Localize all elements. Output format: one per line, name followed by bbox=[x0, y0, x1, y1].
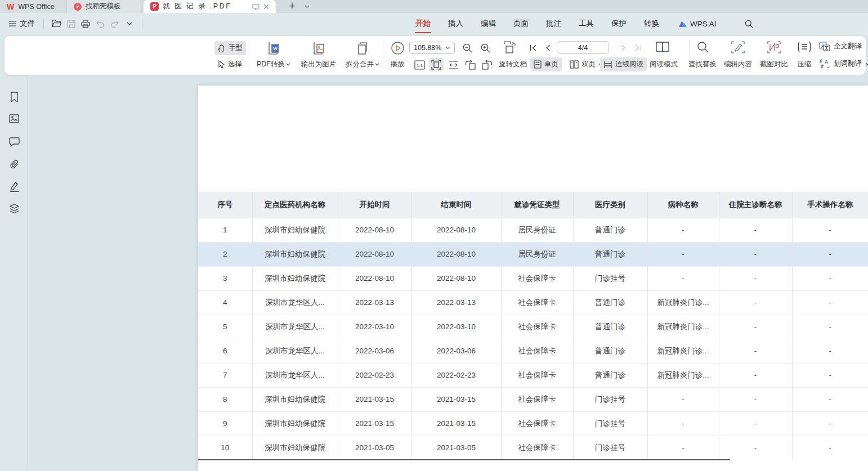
read-mode-button[interactable]: 阅读模式 bbox=[646, 57, 681, 71]
select-tool-button[interactable]: 选择 bbox=[214, 57, 245, 71]
full-translate-icon: A bbox=[819, 42, 830, 51]
undo-button[interactable] bbox=[93, 16, 108, 31]
save-button[interactable] bbox=[64, 16, 78, 31]
rotate-pages-icon[interactable] bbox=[500, 39, 519, 55]
table-row: 8深圳市妇幼保健院2021-03-152021-03-15社会保障卡门诊挂号--… bbox=[198, 387, 868, 411]
last-page-button[interactable] bbox=[633, 43, 643, 53]
column-header: 住院主诊断名称 bbox=[719, 192, 792, 218]
word-translate-button[interactable]: A 划词翻译 bbox=[819, 59, 868, 69]
table-cell: 社会保障卡 bbox=[501, 436, 573, 460]
split-merge-button[interactable]: 拆分合并 bbox=[341, 39, 384, 71]
new-tab-button[interactable]: + bbox=[284, 0, 301, 13]
zoom-level-select[interactable]: 105.88% bbox=[409, 42, 455, 54]
table-cell: 社会保障卡 bbox=[501, 315, 573, 339]
table-cell: 2022-03-06 bbox=[338, 339, 411, 363]
close-tab-icon[interactable] bbox=[263, 4, 269, 10]
file-menu-button[interactable]: 文件 bbox=[6, 19, 38, 29]
fit-width-button[interactable] bbox=[446, 58, 460, 71]
compress-button[interactable]: 压缩 bbox=[791, 39, 817, 71]
rotate-right-button[interactable] bbox=[480, 58, 494, 71]
tab-document-pdf[interactable]: P 就 医 记 录 .PDF bbox=[144, 0, 276, 13]
table-cell: 普通门诊 bbox=[573, 315, 647, 339]
table-cell: 普通门诊 bbox=[573, 242, 647, 266]
table-cell: - bbox=[647, 242, 719, 266]
table-row: 5深圳市龙华区人...2022-03-102022-03-10社会保障卡普通门诊… bbox=[198, 315, 868, 339]
menu-wps-ai[interactable]: WPS AI bbox=[678, 20, 717, 28]
table-cell: 2022-08-10 bbox=[411, 266, 501, 290]
layers-icon[interactable] bbox=[7, 202, 21, 216]
column-header: 开始时间 bbox=[338, 192, 411, 218]
menu-convert[interactable]: 转换 bbox=[643, 14, 660, 34]
table-cell: 2022-03-13 bbox=[338, 290, 411, 315]
single-page-button[interactable]: 单页 bbox=[530, 57, 562, 71]
table-cell: 居民身份证 bbox=[501, 242, 573, 266]
edit-content-icon bbox=[731, 41, 745, 53]
find-replace-button[interactable]: 查找替换 bbox=[684, 39, 721, 71]
open-folder-button[interactable] bbox=[49, 16, 64, 31]
tab-docer-template[interactable]: 找稻壳模板 bbox=[66, 0, 140, 13]
table-cell: 2022-08-10 bbox=[338, 266, 411, 290]
bookmark-icon[interactable] bbox=[7, 90, 21, 104]
first-page-button[interactable] bbox=[528, 43, 538, 53]
menu-comment[interactable]: 批注 bbox=[545, 14, 562, 34]
column-header: 医疗类别 bbox=[573, 192, 647, 218]
attachment-icon[interactable] bbox=[7, 158, 21, 171]
table-header-row: 序号定点医药机构名称开始时间结束时间就诊凭证类型医疗类别病种名称住院主诊断名称手… bbox=[198, 192, 868, 218]
table-cell: 深圳市妇幼保健院 bbox=[252, 387, 338, 411]
read-mode-icon[interactable] bbox=[653, 39, 672, 55]
page-number-input[interactable]: 4/4 bbox=[557, 41, 609, 54]
edit-content-button[interactable]: 编辑内容 bbox=[721, 39, 755, 71]
menu-page[interactable]: 页面 bbox=[513, 14, 529, 34]
table-cell: 1 bbox=[198, 218, 252, 242]
table-cell: - bbox=[647, 266, 719, 290]
menu-protect[interactable]: 保护 bbox=[611, 14, 627, 34]
rotate-left-button[interactable] bbox=[463, 58, 477, 71]
menu-home[interactable]: 开始 bbox=[415, 14, 431, 34]
continuous-read-button[interactable]: 连续阅读 bbox=[600, 57, 647, 71]
zoom-in-button[interactable] bbox=[478, 42, 492, 54]
hamburger-icon bbox=[9, 21, 16, 26]
full-translate-button[interactable]: A 全文翻译 bbox=[819, 42, 862, 51]
menu-insert[interactable]: 插入 bbox=[448, 14, 464, 34]
table-cell: 2021-03-15 bbox=[338, 387, 411, 411]
hand-tool-button[interactable]: 手型 bbox=[214, 41, 246, 55]
table-row: 2深圳市妇幼保健院2022-08-102022-08-10居民身份证普通门诊--… bbox=[198, 242, 868, 266]
signature-pen-icon[interactable] bbox=[7, 180, 21, 193]
export-image-button[interactable]: 输出为图片 bbox=[295, 39, 342, 71]
print-button[interactable] bbox=[78, 16, 93, 31]
table-cell: 6 bbox=[198, 339, 252, 363]
screenshot-compare-button[interactable]: 截图对比 bbox=[757, 39, 791, 71]
actual-size-button[interactable]: 1:1 bbox=[412, 58, 427, 71]
table-cell: 新冠肺炎门诊... bbox=[647, 315, 719, 339]
menu-search-icon[interactable] bbox=[742, 16, 757, 31]
next-page-button[interactable] bbox=[618, 43, 628, 53]
table-cell: - bbox=[792, 436, 868, 460]
menu-tools[interactable]: 工具 bbox=[578, 14, 594, 34]
menu-edit[interactable]: 编辑 bbox=[480, 14, 496, 34]
tab-wps-office[interactable]: W WPS Office bbox=[0, 0, 66, 13]
table-cell: 普通门诊 bbox=[573, 290, 647, 315]
table-cell: - bbox=[792, 266, 868, 290]
document-viewport[interactable]: 序号定点医药机构名称开始时间结束时间就诊凭证类型医疗类别病种名称住院主诊断名称手… bbox=[29, 75, 868, 471]
table-cell: 3 bbox=[198, 266, 252, 290]
svg-text:W: W bbox=[273, 46, 278, 51]
zoom-out-button[interactable] bbox=[460, 42, 474, 54]
history-chevron-icon[interactable] bbox=[122, 16, 137, 31]
table-cell: - bbox=[719, 411, 792, 436]
pdf-convert-button[interactable]: W PDF转换 bbox=[250, 39, 297, 71]
rotate-document-button[interactable]: 旋转文档 bbox=[495, 57, 530, 71]
screenshot-compare-icon bbox=[767, 41, 781, 53]
fit-page-button[interactable] bbox=[429, 58, 444, 71]
table-cell: 7 bbox=[198, 363, 252, 387]
tab-list-chevron-icon[interactable] bbox=[301, 0, 313, 13]
redo-button[interactable] bbox=[108, 16, 122, 31]
play-button[interactable]: 播放 bbox=[386, 39, 409, 71]
pdf-file-icon: P bbox=[150, 2, 159, 11]
table-cell: 5 bbox=[198, 315, 252, 339]
cursor-icon bbox=[218, 60, 225, 69]
table-cell: 8 bbox=[198, 387, 252, 411]
monitor-icon[interactable] bbox=[252, 3, 259, 10]
previous-page-button[interactable] bbox=[543, 43, 553, 53]
comment-icon[interactable] bbox=[7, 135, 21, 149]
thumbnail-icon[interactable] bbox=[7, 112, 21, 125]
